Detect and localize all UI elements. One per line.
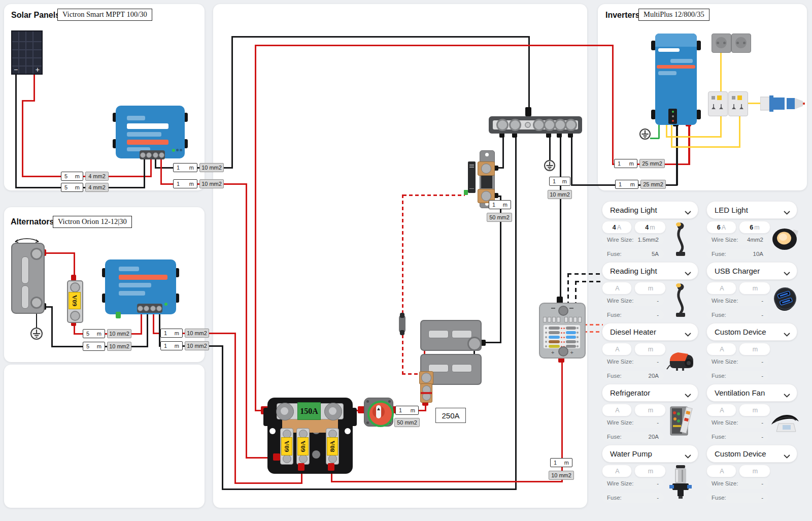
chevron-down-icon [685, 451, 691, 461]
wire [658, 125, 660, 139]
chevron-down-icon [784, 451, 790, 461]
device-card: Refrigerator A m Wire Size:- Fuse:20A [602, 384, 698, 445]
amps-input[interactable]: 6A [706, 221, 736, 234]
device-select[interactable]: Custom Device [706, 445, 797, 463]
length-input[interactable]: m [634, 343, 666, 355]
chevron-down-icon [784, 208, 790, 217]
device-card: Custom Device A m Wire Size:- Fuse:- [706, 323, 797, 384]
wire-length-input[interactable]: 1m [489, 200, 511, 209]
main-fuse-label: 150A [297, 402, 321, 420]
device-select[interactable]: Reading Light [602, 201, 698, 219]
amps-input[interactable]: A [706, 282, 736, 295]
length-input[interactable]: 6m [739, 221, 770, 234]
amps-input[interactable]: A [602, 282, 632, 295]
wire-size-label: 10 mm2 [548, 190, 572, 199]
wire-length-input[interactable]: 5m [61, 183, 83, 192]
wire-length-input[interactable]: 5m [61, 172, 83, 181]
alternator-device-label[interactable]: Victron Orion 12-12|30 [53, 216, 132, 228]
device-select[interactable]: USB Charger [706, 262, 797, 280]
battery-switch[interactable] [364, 398, 393, 427]
amps-input[interactable]: A [706, 465, 736, 477]
length-input[interactable]: m [634, 465, 666, 477]
solar-device-label[interactable]: Victron Smart MPPT 100/30 [57, 9, 152, 21]
solar-panel-icon[interactable]: − + [11, 30, 43, 75]
wire [147, 313, 148, 347]
device-select[interactable]: Ventilation Fan [706, 384, 797, 402]
length-input[interactable]: 4m [634, 221, 666, 234]
device-select[interactable]: Refrigerator [602, 384, 698, 402]
device-select[interactable]: LED Light [706, 201, 797, 219]
amps-input[interactable]: A [706, 404, 736, 416]
wire-length-input[interactable]: 5m [83, 342, 105, 351]
wire-length-input[interactable]: 1m [550, 458, 572, 467]
wire [246, 183, 247, 458]
chevron-down-icon [784, 390, 790, 400]
ac-outlet-icon [731, 34, 751, 53]
shunt-terminal [478, 161, 495, 176]
wire-length-input[interactable]: 1m [173, 163, 197, 172]
inverter-device-label[interactable]: MultiPlus 12/800/35 [638, 9, 709, 21]
amps-input[interactable]: A [602, 465, 632, 477]
device-select[interactable]: Custom Device [706, 323, 797, 341]
amps-input[interactable]: A [602, 404, 632, 416]
device-select[interactable]: Reading Light [602, 262, 698, 280]
ground-icon [30, 327, 43, 342]
empty-section [4, 365, 205, 508]
device-select[interactable]: Diesel Heater [602, 323, 698, 341]
length-input[interactable]: m [739, 404, 770, 416]
length-input[interactable]: m [634, 404, 666, 416]
reading-light-icon [666, 279, 695, 320]
length-input[interactable]: m [634, 282, 666, 295]
battery-mega-fuse[interactable] [420, 383, 432, 403]
multiplus-inverter[interactable] [655, 34, 697, 125]
wire [739, 116, 740, 147]
wire [144, 158, 145, 188]
wire-length-input[interactable]: 1m [549, 177, 570, 186]
wire [528, 36, 530, 110]
wire-size-label: 10 mm2 [185, 329, 209, 338]
wire-length-input[interactable]: 1m [160, 341, 183, 350]
length-input[interactable]: m [739, 282, 770, 295]
inverters-title: Inverters [605, 11, 640, 20]
dc-fuse-box[interactable]: + + [539, 303, 586, 359]
length-input[interactable]: m [739, 343, 770, 355]
wire [612, 45, 614, 165]
wire-length-input[interactable]: 5m [83, 329, 105, 338]
alternator-icon[interactable] [11, 243, 45, 314]
wire [485, 342, 501, 343]
fuse-nut [276, 403, 294, 420]
wire-length-input[interactable]: 1m [173, 179, 197, 188]
negative-busbar[interactable] [489, 116, 582, 134]
load-wire [584, 331, 603, 333]
wire [22, 100, 35, 102]
device-card: Reading Light 4A 4m Wire Size:1.5mm2 Fus… [602, 201, 698, 262]
wire-size-row: Wire Size:- [602, 356, 664, 367]
amps-input[interactable]: A [706, 343, 736, 355]
rcd-breaker-icon [728, 91, 748, 116]
amps-input[interactable]: 4A [602, 221, 632, 234]
sense-wire [402, 194, 403, 374]
fuse-nut [324, 403, 342, 420]
fuse-row: Fuse:- [602, 310, 664, 320]
wire-length-input[interactable]: 1m [160, 329, 183, 338]
fuse-row: Fuse:- [706, 493, 768, 503]
alternators-title: Alternators [11, 217, 54, 226]
ventilation-fan-icon [770, 401, 800, 442]
load-wire [575, 281, 577, 303]
fuse-60a-label: 60A [69, 292, 81, 309]
solar-title: Solar Panels [11, 11, 60, 20]
usb-charger-icon [770, 279, 800, 320]
wire-size-row: Wire Size:- [602, 478, 664, 489]
rotation-arrows-icon [12, 237, 42, 244]
device-card: Reading Light A m Wire Size:- Fuse:- [602, 262, 698, 323]
reading-light-icon [666, 218, 695, 259]
fuse-row: Fuse:10A [706, 249, 768, 259]
diesel-heater-icon [666, 340, 695, 381]
wire-length-input[interactable]: 1m [615, 180, 638, 189]
wire-length-input[interactable]: 1m [614, 159, 637, 168]
wire-length-input[interactable]: 1m [395, 406, 419, 415]
length-input[interactable]: m [739, 465, 770, 477]
device-select[interactable]: Water Pump [602, 445, 698, 463]
amps-input[interactable]: A [602, 343, 632, 355]
bracket [696, 110, 701, 119]
